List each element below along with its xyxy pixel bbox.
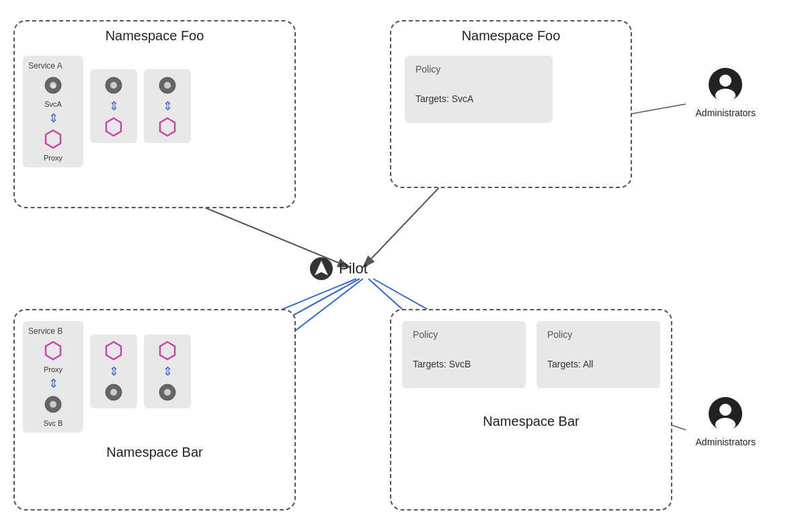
bottom-admin-icon (708, 396, 743, 431)
bottom-right-policy2-box: Policy Targets: All (536, 321, 660, 388)
pilot-label: Pilot (339, 260, 368, 277)
bl-pod3-gear-icon (157, 382, 178, 403)
pilot-icon (309, 257, 333, 281)
br-policy2-title: Policy (547, 329, 649, 340)
service-b-pod: Service B Proxy ⇕ Svc B (23, 321, 83, 433)
pod3-proxy-icon (157, 116, 178, 138)
br-policy1-title: Policy (413, 329, 515, 340)
svg-marker-18 (106, 342, 121, 359)
svcb-proxy-icon (42, 340, 64, 361)
top-left-namespace-label: Namespace Foo (15, 21, 294, 44)
top-right-policy-targets: Targets: SvcA (415, 93, 542, 104)
svca-proxy-icon (42, 128, 64, 150)
top-left-namespace: Namespace Foo Service A ⚙ SvcA ⇕ (13, 20, 296, 208)
bl-pod2-proxy-icon (103, 340, 124, 361)
svg-point-20 (110, 389, 117, 396)
pod3-gear-icon (157, 75, 178, 96)
svca-proxy-arrow: ⇕ (48, 112, 58, 124)
pilot-node: Pilot (309, 257, 368, 281)
svca-gear-icon: ⚙ (42, 75, 64, 96)
bl-pod2-arrow: ⇕ (109, 365, 119, 378)
svcb-gear-icon (42, 394, 64, 415)
pod3-bottom-left: ⇕ (144, 335, 191, 408)
pod2-top-left: ⇕ (90, 69, 137, 143)
svg-point-29 (715, 418, 735, 431)
svg-text:⚙: ⚙ (51, 83, 56, 89)
svg-marker-9 (106, 118, 121, 136)
svca-label: SvcA (44, 100, 62, 108)
top-right-policy-box: Policy Targets: SvcA (405, 56, 553, 123)
svg-marker-6 (46, 130, 61, 148)
svcb-gear-label: Svc B (44, 419, 63, 427)
svg-marker-12 (160, 118, 175, 136)
bottom-left-pod-row: Service B Proxy ⇕ Svc B (15, 310, 294, 439)
diagram-container: Namespace Foo Service A ⚙ SvcA ⇕ (0, 0, 796, 532)
bottom-right-policies-row: Policy Targets: SvcB Policy Targets: All (391, 310, 671, 394)
svg-point-11 (164, 82, 171, 89)
pod3-top-left: ⇕ (144, 69, 191, 143)
svg-marker-21 (160, 342, 175, 359)
bottom-admin: Administrators (696, 396, 756, 447)
bottom-admin-label: Administrators (696, 437, 756, 447)
br-policy2-targets: Targets: All (547, 359, 649, 369)
top-admin-icon (708, 67, 743, 102)
svg-point-23 (164, 389, 171, 396)
pod3-arrow: ⇕ (163, 100, 173, 112)
pod2-bottom-left: ⇕ (90, 335, 137, 408)
bottom-left-namespace: Service B Proxy ⇕ Svc B (13, 309, 296, 511)
br-policy1-targets: Targets: SvcB (413, 359, 515, 369)
svg-point-17 (50, 401, 56, 408)
service-b-label: Service B (28, 326, 63, 336)
service-a-label: Service A (28, 61, 63, 71)
bl-pod2-gear-icon (103, 382, 124, 403)
bl-pod3-arrow: ⇕ (163, 365, 173, 378)
pod2-proxy-icon (103, 116, 124, 138)
svg-point-28 (719, 404, 731, 416)
top-right-namespace-label: Namespace Foo (391, 21, 631, 44)
svg-point-8 (110, 82, 117, 89)
bottom-right-policy1-box: Policy Targets: SvcB (402, 321, 526, 388)
top-right-policy-title: Policy (415, 64, 542, 75)
svg-point-26 (715, 89, 735, 102)
bl-pod3-proxy-icon (157, 340, 178, 361)
top-right-namespace: Namespace Foo Policy Targets: SvcA (390, 20, 632, 188)
top-left-pod-row: Service A ⚙ SvcA ⇕ (15, 49, 294, 174)
bottom-right-namespace: Policy Targets: SvcB Policy Targets: All… (390, 309, 672, 511)
bottom-right-namespace-label: Namespace Bar (391, 394, 671, 429)
svca-proxy-label: Proxy (44, 154, 63, 162)
pod2-arrow: ⇕ (109, 100, 119, 112)
svcb-proxy-arrow: ⇕ (48, 378, 58, 390)
svcb-proxy-label: Proxy (44, 365, 63, 373)
top-admin-label: Administrators (696, 107, 756, 118)
svg-marker-15 (46, 342, 61, 359)
svg-point-25 (719, 75, 731, 87)
bottom-left-namespace-label: Namespace Bar (15, 439, 294, 460)
top-admin: Administrators (696, 67, 756, 118)
service-a-pod: Service A ⚙ SvcA ⇕ (23, 56, 83, 167)
pod2-gear-icon (103, 75, 124, 96)
